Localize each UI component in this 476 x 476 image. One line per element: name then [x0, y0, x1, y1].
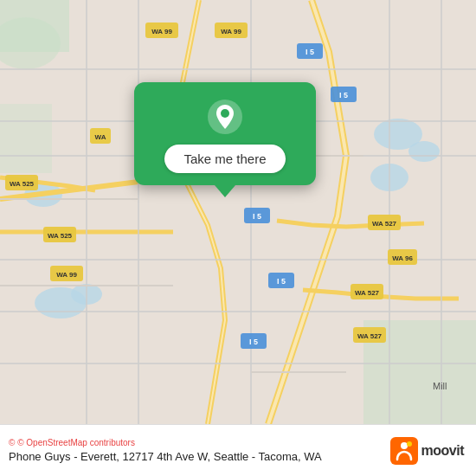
moovit-icon — [390, 437, 418, 465]
moovit-text: moovit — [421, 443, 464, 459]
svg-text:I 5: I 5 — [249, 338, 258, 346]
osm-credit: © © OpenStreetMap contributors — [9, 438, 322, 447]
svg-text:WA 99: WA 99 — [221, 28, 241, 35]
svg-text:WA 527: WA 527 — [372, 220, 397, 228]
svg-text:WA 96: WA 96 — [392, 254, 413, 262]
svg-point-61 — [407, 441, 412, 447]
svg-text:I 5: I 5 — [306, 48, 314, 56]
svg-rect-9 — [0, 104, 52, 173]
svg-text:WA 527: WA 527 — [357, 332, 383, 340]
moovit-logo: moovit — [390, 437, 464, 465]
svg-text:WA 525: WA 525 — [10, 180, 35, 188]
svg-point-2 — [408, 141, 440, 162]
osm-credit-text: © OpenStreetMap contributors — [17, 438, 135, 447]
bottom-bar: © © OpenStreetMap contributors Phone Guy… — [0, 424, 476, 476]
svg-text:WA 527: WA 527 — [355, 289, 380, 297]
svg-text:WA: WA — [95, 133, 106, 141]
location-label: Phone Guys - Everett, 12717 4th Ave W, S… — [9, 450, 322, 463]
svg-point-58 — [221, 109, 229, 118]
svg-point-60 — [401, 442, 408, 449]
svg-text:I 5: I 5 — [339, 91, 348, 100]
bottom-left: © © OpenStreetMap contributors Phone Guy… — [9, 438, 322, 463]
location-card: Take me there — [134, 82, 316, 185]
svg-text:I 5: I 5 — [253, 212, 261, 221]
svg-text:WA 525: WA 525 — [48, 232, 73, 240]
svg-text:WA 99: WA 99 — [151, 28, 172, 35]
svg-text:WA 99: WA 99 — [56, 271, 77, 279]
take-me-there-button[interactable]: Take me there — [164, 145, 285, 173]
svg-text:I 5: I 5 — [277, 277, 286, 286]
svg-text:Mill: Mill — [433, 381, 447, 391]
location-pin-icon — [206, 98, 244, 136]
osm-copyright-symbol: © — [9, 438, 15, 447]
map-container: I 5 I 5 I 5 I 5 I 5 WA 99 WA 99 WA 99 WA… — [0, 0, 476, 424]
